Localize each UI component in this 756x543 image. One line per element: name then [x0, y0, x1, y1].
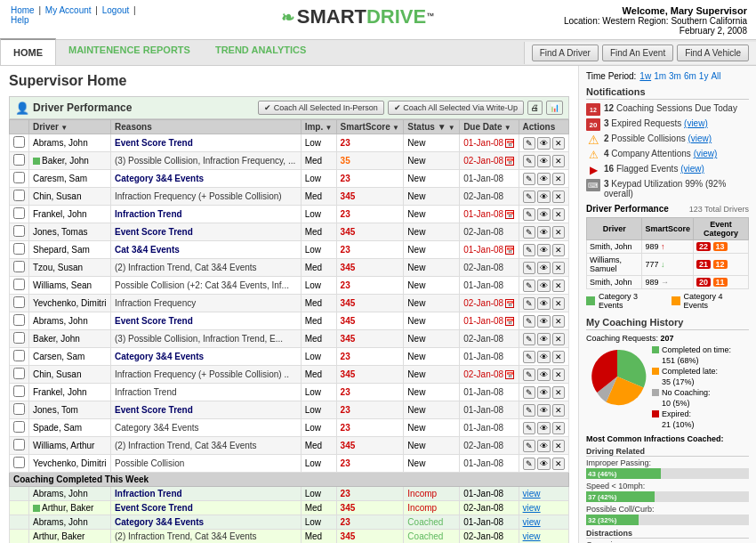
edit-icon[interactable]: ✎: [523, 458, 535, 470]
view-icon[interactable]: 👁: [537, 404, 551, 417]
col-status[interactable]: Status ▼: [404, 120, 460, 134]
edit-icon[interactable]: ✎: [523, 404, 535, 417]
delete-icon[interactable]: ✕: [552, 458, 565, 470]
edit-icon[interactable]: ✎: [523, 440, 535, 452]
edit-icon[interactable]: ✎: [523, 297, 535, 310]
row-checkbox[interactable]: [13, 243, 25, 255]
row-checkbox[interactable]: [13, 296, 25, 308]
delete-icon[interactable]: ✕: [552, 208, 565, 221]
calendar-icon[interactable]: 📅: [505, 246, 514, 255]
period-3m[interactable]: 3m: [669, 71, 681, 81]
expired-view-link[interactable]: (view): [684, 118, 708, 128]
help-link[interactable]: Help: [11, 15, 29, 25]
edit-icon[interactable]: ✎: [523, 315, 535, 328]
calendar-icon[interactable]: 📅: [505, 139, 514, 148]
edit-icon[interactable]: ✎: [523, 137, 535, 150]
export-button[interactable]: 📊: [546, 101, 563, 115]
view-icon[interactable]: 👁: [537, 315, 551, 328]
print-button[interactable]: 🖨: [527, 101, 543, 115]
row-checkbox[interactable]: [13, 314, 25, 326]
nav-trend[interactable]: TREND ANALYTICS: [203, 40, 318, 65]
edit-icon[interactable]: ✎: [523, 226, 535, 239]
col-date[interactable]: Due Date: [460, 120, 519, 134]
driver-view[interactable]: view: [519, 515, 568, 530]
coach-writeup-button[interactable]: ✔ Coach All Selected Via Write-Up: [388, 101, 524, 115]
calendar-icon[interactable]: 📅: [505, 317, 514, 326]
calendar-icon[interactable]: 📅: [505, 370, 514, 379]
row-checkbox[interactable]: [13, 207, 25, 219]
driver-view[interactable]: view: [519, 530, 568, 544]
view-icon[interactable]: 👁: [537, 386, 551, 399]
delete-icon[interactable]: ✕: [552, 262, 565, 274]
row-checkbox[interactable]: [13, 385, 25, 397]
col-driver[interactable]: Driver: [29, 120, 111, 134]
view-link[interactable]: view: [523, 531, 541, 541]
delete-icon[interactable]: ✕: [552, 137, 565, 150]
delete-icon[interactable]: ✕: [552, 351, 565, 363]
edit-icon[interactable]: ✎: [523, 422, 535, 434]
calendar-icon[interactable]: 📅: [505, 210, 514, 219]
find-event-button[interactable]: Find An Event: [602, 45, 673, 61]
view-icon[interactable]: 👁: [537, 226, 551, 239]
view-icon[interactable]: 👁: [537, 458, 551, 470]
row-checkbox[interactable]: [13, 154, 25, 166]
view-icon[interactable]: 👁: [537, 422, 551, 434]
edit-icon[interactable]: ✎: [523, 190, 535, 203]
delete-icon[interactable]: ✕: [552, 333, 565, 345]
find-vehicle-button[interactable]: Find A Vehicle: [677, 45, 749, 61]
view-icon[interactable]: 👁: [537, 208, 551, 221]
calendar-icon[interactable]: 📅: [505, 299, 514, 308]
row-checkbox[interactable]: [13, 439, 25, 450]
row-checkbox[interactable]: [13, 261, 25, 272]
col-score[interactable]: SmartScore: [336, 120, 404, 134]
row-checkbox[interactable]: [13, 190, 25, 201]
delete-icon[interactable]: ✕: [552, 226, 565, 239]
period-6m[interactable]: 6m: [684, 71, 696, 81]
row-checkbox[interactable]: [13, 225, 25, 237]
view-icon[interactable]: 👁: [537, 351, 551, 363]
edit-icon[interactable]: ✎: [523, 262, 535, 274]
view-icon[interactable]: 👁: [537, 190, 551, 203]
period-1w[interactable]: 1w: [639, 71, 651, 81]
logout-link[interactable]: Logout: [102, 5, 130, 15]
nav-home[interactable]: HOME: [0, 38, 56, 65]
row-checkbox[interactable]: [13, 279, 25, 290]
coach-in-person-button[interactable]: ✔ Coach All Selected In-Person: [258, 101, 384, 115]
view-icon[interactable]: 👁: [537, 155, 551, 167]
edit-icon[interactable]: ✎: [523, 280, 535, 292]
edit-icon[interactable]: ✎: [523, 208, 535, 221]
view-icon[interactable]: 👁: [537, 173, 551, 185]
calendar-icon[interactable]: 📅: [505, 157, 514, 166]
find-driver-button[interactable]: Find A Driver: [532, 45, 599, 61]
view-icon[interactable]: 👁: [537, 137, 551, 150]
collision-view-link[interactable]: (view): [688, 134, 712, 143]
delete-icon[interactable]: ✕: [552, 297, 565, 310]
period-all[interactable]: All: [711, 71, 720, 81]
view-icon[interactable]: 👁: [537, 262, 551, 274]
delete-icon[interactable]: ✕: [552, 369, 565, 381]
view-icon[interactable]: 👁: [537, 297, 551, 310]
edit-icon[interactable]: ✎: [523, 333, 535, 345]
delete-icon[interactable]: ✕: [552, 422, 565, 434]
col-imp[interactable]: Imp.: [301, 120, 336, 134]
attention-view-link[interactable]: (view): [694, 149, 718, 158]
home-link[interactable]: Home: [11, 5, 35, 15]
delete-icon[interactable]: ✕: [552, 173, 565, 185]
view-link[interactable]: view: [523, 517, 541, 527]
row-checkbox[interactable]: [13, 403, 25, 415]
delete-icon[interactable]: ✕: [552, 155, 565, 167]
delete-icon[interactable]: ✕: [552, 404, 565, 417]
row-checkbox[interactable]: [13, 136, 25, 148]
view-icon[interactable]: 👁: [537, 333, 551, 345]
edit-icon[interactable]: ✎: [523, 369, 535, 381]
period-1y[interactable]: 1y: [699, 71, 709, 81]
edit-icon[interactable]: ✎: [523, 244, 535, 256]
flagged-view-link[interactable]: (view): [680, 164, 704, 174]
driver-view[interactable]: view: [519, 501, 568, 515]
driver-view[interactable]: view: [519, 487, 568, 501]
view-link[interactable]: view: [523, 503, 541, 513]
edit-icon[interactable]: ✎: [523, 351, 535, 363]
row-checkbox[interactable]: [13, 457, 25, 468]
period-1m[interactable]: 1m: [654, 71, 666, 81]
view-icon[interactable]: 👁: [537, 280, 551, 292]
